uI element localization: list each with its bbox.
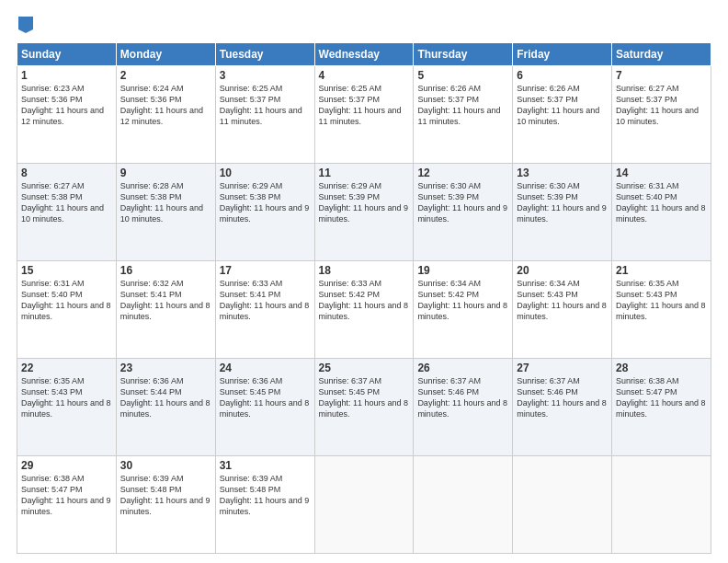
calendar-cell: 4 Sunrise: 6:25 AMSunset: 5:37 PMDayligh… xyxy=(314,66,414,164)
day-info: Sunrise: 6:35 AMSunset: 5:43 PMDaylight:… xyxy=(616,279,706,321)
day-number: 18 xyxy=(319,264,410,277)
calendar-cell: 17 Sunrise: 6:33 AMSunset: 5:41 PMDaylig… xyxy=(215,261,314,359)
calendar-cell: 11 Sunrise: 6:29 AMSunset: 5:39 PMDaylig… xyxy=(314,164,414,261)
calendar-cell: 15 Sunrise: 6:31 AMSunset: 5:40 PMDaylig… xyxy=(17,261,117,359)
calendar-week-row: 15 Sunrise: 6:31 AMSunset: 5:40 PMDaylig… xyxy=(17,261,711,359)
day-number: 15 xyxy=(21,264,112,277)
day-info: Sunrise: 6:37 AMSunset: 5:46 PMDaylight:… xyxy=(417,376,507,419)
calendar-cell: 18 Sunrise: 6:33 AMSunset: 5:42 PMDaylig… xyxy=(314,261,414,359)
calendar-cell: 30 Sunrise: 6:39 AMSunset: 5:48 PMDaylig… xyxy=(116,456,215,554)
calendar-cell: 6 Sunrise: 6:26 AMSunset: 5:37 PMDayligh… xyxy=(513,66,612,164)
day-info: Sunrise: 6:29 AMSunset: 5:38 PMDaylight:… xyxy=(220,181,310,224)
calendar-cell xyxy=(513,456,612,554)
calendar-cell xyxy=(612,456,711,554)
day-number: 9 xyxy=(120,167,211,179)
day-info: Sunrise: 6:33 AMSunset: 5:42 PMDaylight:… xyxy=(319,279,409,321)
day-info: Sunrise: 6:30 AMSunset: 5:39 PMDaylight:… xyxy=(517,181,607,224)
day-info: Sunrise: 6:31 AMSunset: 5:40 PMDaylight:… xyxy=(616,181,706,224)
weekday-header-saturday: Saturday xyxy=(612,43,711,66)
day-info: Sunrise: 6:29 AMSunset: 5:39 PMDaylight:… xyxy=(319,181,409,224)
calendar-week-row: 22 Sunrise: 6:35 AMSunset: 5:43 PMDaylig… xyxy=(17,359,711,456)
day-info: Sunrise: 6:31 AMSunset: 5:40 PMDaylight:… xyxy=(21,279,111,321)
calendar-cell: 13 Sunrise: 6:30 AMSunset: 5:39 PMDaylig… xyxy=(513,164,612,261)
calendar-cell: 31 Sunrise: 6:39 AMSunset: 5:48 PMDaylig… xyxy=(215,456,314,554)
calendar-cell: 16 Sunrise: 6:32 AMSunset: 5:41 PMDaylig… xyxy=(116,261,215,359)
calendar-cell xyxy=(314,456,414,554)
calendar-cell: 9 Sunrise: 6:28 AMSunset: 5:38 PMDayligh… xyxy=(116,164,215,261)
day-number: 27 xyxy=(517,362,608,374)
weekday-header-wednesday: Wednesday xyxy=(314,43,414,66)
day-info: Sunrise: 6:37 AMSunset: 5:45 PMDaylight:… xyxy=(319,376,409,419)
day-info: Sunrise: 6:27 AMSunset: 5:38 PMDaylight:… xyxy=(21,181,104,224)
day-number: 3 xyxy=(220,69,311,82)
calendar-cell xyxy=(414,456,513,554)
svg-marker-0 xyxy=(18,17,33,33)
logo-icon xyxy=(18,17,33,33)
calendar-week-row: 8 Sunrise: 6:27 AMSunset: 5:38 PMDayligh… xyxy=(17,164,711,261)
day-info: Sunrise: 6:27 AMSunset: 5:37 PMDaylight:… xyxy=(616,84,699,126)
day-number: 1 xyxy=(21,69,112,82)
calendar-cell: 7 Sunrise: 6:27 AMSunset: 5:37 PMDayligh… xyxy=(612,66,711,164)
day-number: 7 xyxy=(616,69,707,82)
day-number: 2 xyxy=(120,69,211,82)
calendar-page: SundayMondayTuesdayWednesdayThursdayFrid… xyxy=(0,0,728,563)
calendar-week-row: 29 Sunrise: 6:38 AMSunset: 5:47 PMDaylig… xyxy=(17,456,711,554)
day-number: 6 xyxy=(517,69,608,82)
day-number: 21 xyxy=(616,264,707,277)
day-number: 4 xyxy=(319,69,410,82)
calendar-cell: 19 Sunrise: 6:34 AMSunset: 5:42 PMDaylig… xyxy=(414,261,513,359)
calendar-cell: 12 Sunrise: 6:30 AMSunset: 5:39 PMDaylig… xyxy=(414,164,513,261)
calendar-cell: 14 Sunrise: 6:31 AMSunset: 5:40 PMDaylig… xyxy=(612,164,711,261)
calendar-cell: 25 Sunrise: 6:37 AMSunset: 5:45 PMDaylig… xyxy=(314,359,414,456)
day-info: Sunrise: 6:36 AMSunset: 5:45 PMDaylight:… xyxy=(220,376,310,419)
weekday-header-thursday: Thursday xyxy=(414,43,513,66)
day-info: Sunrise: 6:26 AMSunset: 5:37 PMDaylight:… xyxy=(417,84,500,126)
calendar-cell: 1 Sunrise: 6:23 AMSunset: 5:36 PMDayligh… xyxy=(17,66,117,164)
weekday-header-tuesday: Tuesday xyxy=(215,43,314,66)
calendar-cell: 20 Sunrise: 6:34 AMSunset: 5:43 PMDaylig… xyxy=(513,261,612,359)
day-info: Sunrise: 6:39 AMSunset: 5:48 PMDaylight:… xyxy=(120,474,210,516)
day-number: 12 xyxy=(417,167,508,179)
day-info: Sunrise: 6:35 AMSunset: 5:43 PMDaylight:… xyxy=(21,376,111,419)
day-number: 16 xyxy=(120,264,211,277)
day-number: 10 xyxy=(220,167,311,179)
calendar-cell: 24 Sunrise: 6:36 AMSunset: 5:45 PMDaylig… xyxy=(215,359,314,456)
day-info: Sunrise: 6:34 AMSunset: 5:42 PMDaylight:… xyxy=(417,279,507,321)
day-number: 13 xyxy=(517,167,608,179)
calendar-cell: 5 Sunrise: 6:26 AMSunset: 5:37 PMDayligh… xyxy=(414,66,513,164)
calendar-cell: 3 Sunrise: 6:25 AMSunset: 5:37 PMDayligh… xyxy=(215,66,314,164)
day-info: Sunrise: 6:28 AMSunset: 5:38 PMDaylight:… xyxy=(120,181,203,224)
day-number: 29 xyxy=(21,459,112,472)
day-info: Sunrise: 6:30 AMSunset: 5:39 PMDaylight:… xyxy=(417,181,507,224)
day-number: 30 xyxy=(120,459,211,472)
calendar-cell: 28 Sunrise: 6:38 AMSunset: 5:47 PMDaylig… xyxy=(612,359,711,456)
day-number: 17 xyxy=(220,264,311,277)
weekday-header-monday: Monday xyxy=(116,43,215,66)
calendar-table: SundayMondayTuesdayWednesdayThursdayFrid… xyxy=(17,42,711,554)
calendar-cell: 8 Sunrise: 6:27 AMSunset: 5:38 PMDayligh… xyxy=(17,164,117,261)
day-number: 24 xyxy=(220,362,311,374)
day-info: Sunrise: 6:32 AMSunset: 5:41 PMDaylight:… xyxy=(120,279,210,321)
weekday-header-friday: Friday xyxy=(513,43,612,66)
calendar-cell: 21 Sunrise: 6:35 AMSunset: 5:43 PMDaylig… xyxy=(612,261,711,359)
day-number: 8 xyxy=(21,167,112,179)
calendar-cell: 10 Sunrise: 6:29 AMSunset: 5:38 PMDaylig… xyxy=(215,164,314,261)
day-number: 31 xyxy=(220,459,311,472)
day-info: Sunrise: 6:24 AMSunset: 5:36 PMDaylight:… xyxy=(120,84,203,126)
day-info: Sunrise: 6:37 AMSunset: 5:46 PMDaylight:… xyxy=(517,376,607,419)
day-info: Sunrise: 6:36 AMSunset: 5:44 PMDaylight:… xyxy=(120,376,210,419)
day-info: Sunrise: 6:25 AMSunset: 5:37 PMDaylight:… xyxy=(319,84,402,126)
day-number: 19 xyxy=(417,264,508,277)
day-info: Sunrise: 6:34 AMSunset: 5:43 PMDaylight:… xyxy=(517,279,607,321)
calendar-cell: 27 Sunrise: 6:37 AMSunset: 5:46 PMDaylig… xyxy=(513,359,612,456)
day-number: 26 xyxy=(417,362,508,374)
day-number: 20 xyxy=(517,264,608,277)
calendar-cell: 29 Sunrise: 6:38 AMSunset: 5:47 PMDaylig… xyxy=(17,456,117,554)
calendar-cell: 22 Sunrise: 6:35 AMSunset: 5:43 PMDaylig… xyxy=(17,359,117,456)
day-info: Sunrise: 6:39 AMSunset: 5:48 PMDaylight:… xyxy=(220,474,310,516)
logo xyxy=(17,17,33,33)
calendar-week-row: 1 Sunrise: 6:23 AMSunset: 5:36 PMDayligh… xyxy=(17,66,711,164)
weekday-header-sunday: Sunday xyxy=(17,43,117,66)
calendar-cell: 23 Sunrise: 6:36 AMSunset: 5:44 PMDaylig… xyxy=(116,359,215,456)
day-info: Sunrise: 6:38 AMSunset: 5:47 PMDaylight:… xyxy=(616,376,706,419)
